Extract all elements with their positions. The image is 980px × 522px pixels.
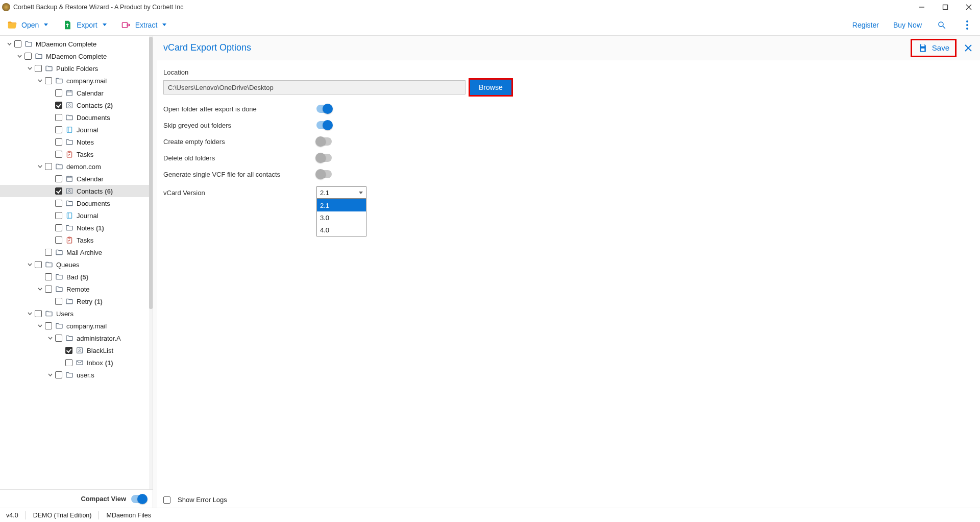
tree-checkbox[interactable] (45, 286, 52, 293)
tree-checkbox[interactable] (55, 187, 62, 195)
tree-checkbox[interactable] (55, 126, 62, 133)
vcard-version-option[interactable]: 2.1 (317, 199, 366, 211)
tree-checkbox[interactable] (65, 347, 72, 354)
tree-item[interactable]: Retry (1) (0, 295, 153, 307)
tree-item[interactable]: BlackList (0, 344, 153, 357)
tree-item[interactable]: Documents (0, 197, 153, 209)
tree-checkbox[interactable] (45, 163, 52, 170)
tree-checkbox[interactable] (45, 77, 52, 84)
tree-checkbox[interactable] (55, 298, 62, 305)
tree-expander[interactable] (37, 323, 43, 329)
export-option-toggle[interactable] (316, 154, 332, 162)
tree-checkbox[interactable] (55, 224, 62, 231)
vcard-version-option[interactable]: 4.0 (317, 224, 366, 236)
tree-expander[interactable] (27, 311, 33, 317)
tree-expander[interactable] (47, 335, 53, 341)
tree-checkbox[interactable] (55, 212, 62, 219)
tree-checkbox[interactable] (45, 249, 52, 256)
tree-expander[interactable] (47, 372, 53, 378)
tree-expander[interactable] (16, 53, 22, 59)
extract-button[interactable]: Extract (121, 20, 167, 30)
sidebar-scrollbar[interactable] (149, 36, 153, 489)
tree-checkbox[interactable] (45, 273, 52, 280)
tree-expander[interactable] (37, 163, 43, 170)
export-option-toggle[interactable] (316, 105, 332, 113)
export-option-toggle[interactable] (316, 121, 332, 129)
open-button[interactable]: Open (7, 20, 48, 30)
folder-icon (65, 371, 74, 379)
tree-item[interactable]: demon.com (0, 160, 153, 173)
tree-item[interactable]: Tasks (0, 148, 153, 160)
tree-item[interactable]: Calendar (0, 87, 153, 99)
tree-item[interactable]: company.mail (0, 75, 153, 87)
compact-view-toggle[interactable] (131, 495, 146, 503)
tree-checkbox[interactable] (55, 335, 62, 342)
tree-checkbox[interactable] (35, 310, 42, 317)
tree-item[interactable]: Inbox (1) (0, 357, 153, 369)
tree-checkbox[interactable] (45, 322, 52, 329)
tree-item[interactable]: Users (0, 307, 153, 320)
tree-item[interactable]: Journal (0, 124, 153, 136)
tree-item-label: user.s (77, 371, 94, 379)
tree-expander[interactable] (6, 41, 12, 47)
window-close-button[interactable] (962, 2, 976, 13)
tree-checkbox[interactable] (55, 102, 62, 109)
tree-item[interactable]: Queues (0, 258, 153, 271)
search-button[interactable] (936, 19, 947, 31)
window-maximize-button[interactable] (938, 2, 952, 13)
vcard-version-option[interactable]: 3.0 (317, 211, 366, 224)
tree-item[interactable]: MDaemon Complete (0, 50, 153, 62)
tree-item[interactable]: Contacts (2) (0, 99, 153, 111)
tree-item[interactable]: Remote (0, 283, 153, 295)
tree-expander[interactable] (27, 262, 33, 268)
tree-checkbox[interactable] (55, 175, 62, 182)
tree-item[interactable]: company.mail (0, 320, 153, 332)
tree-item[interactable]: Journal (0, 209, 153, 222)
tree-spacer (37, 274, 43, 280)
browse-button[interactable]: Browse (470, 79, 512, 96)
contacts-icon (65, 101, 74, 109)
tree-item[interactable]: Bad (5) (0, 271, 153, 283)
tree-checkbox[interactable] (55, 89, 62, 97)
tree-expander[interactable] (27, 65, 33, 72)
tree-expander[interactable] (37, 286, 43, 292)
tree-checkbox[interactable] (14, 40, 21, 48)
register-link[interactable]: Register (852, 21, 879, 29)
tree-item[interactable]: Mail Archive (0, 246, 153, 258)
show-error-logs-checkbox[interactable] (163, 496, 170, 504)
export-option-toggle[interactable] (316, 170, 332, 178)
tree-item[interactable]: Contacts (6) (0, 185, 153, 197)
tree-checkbox[interactable] (35, 261, 42, 268)
tree-item[interactable]: Tasks (0, 234, 153, 246)
tree-item[interactable]: MDaemon Complete (0, 38, 153, 50)
tree-checkbox[interactable] (55, 151, 62, 158)
tree-checkbox[interactable] (24, 53, 32, 60)
tree-checkbox[interactable] (55, 236, 62, 244)
tree-item[interactable]: Public Folders (0, 62, 153, 75)
tree-checkbox[interactable] (65, 359, 72, 366)
save-button[interactable]: Save (912, 40, 955, 56)
close-panel-button[interactable] (963, 42, 974, 54)
tree-expander[interactable] (37, 78, 43, 84)
tree-item[interactable]: Notes (1) (0, 222, 153, 234)
tree-checkbox[interactable] (55, 371, 62, 378)
tree-checkbox[interactable] (55, 138, 62, 146)
vcard-version-select[interactable]: 2.1 (316, 186, 366, 199)
tree-checkbox[interactable] (55, 114, 62, 121)
buy-now-link[interactable]: Buy Now (893, 21, 922, 29)
svg-rect-20 (67, 176, 72, 181)
tree-item[interactable]: user.s (0, 369, 153, 381)
calendar-icon (65, 175, 74, 183)
export-button[interactable]: Export (62, 20, 106, 30)
menu-button[interactable] (962, 19, 973, 31)
export-option-label: Delete old folders (163, 154, 316, 162)
tree-item[interactable]: administrator.A (0, 332, 153, 344)
tree-checkbox[interactable] (35, 65, 42, 72)
tree-item[interactable]: Calendar (0, 173, 153, 185)
window-minimize-button[interactable] (915, 2, 929, 13)
tree-item[interactable]: Notes (0, 136, 153, 148)
tree-checkbox[interactable] (55, 200, 62, 207)
export-option-toggle[interactable] (316, 137, 332, 146)
tree-item[interactable]: Documents (0, 111, 153, 124)
location-input[interactable] (163, 80, 465, 94)
